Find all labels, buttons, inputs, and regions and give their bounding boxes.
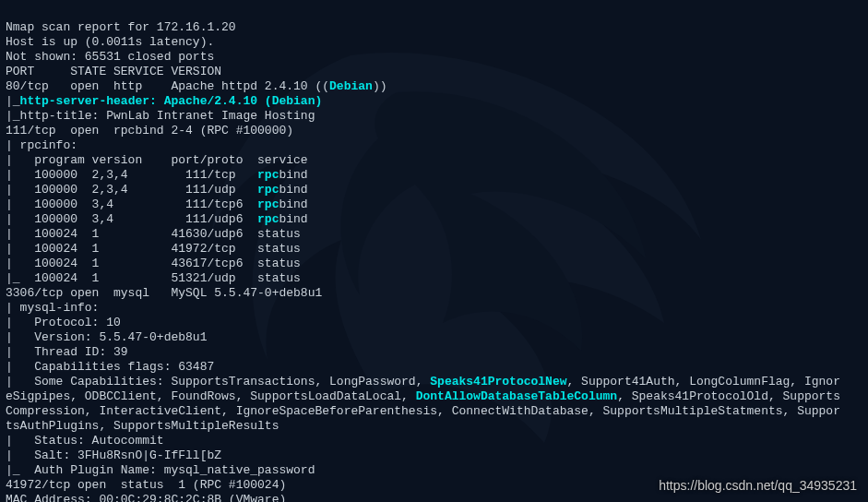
line: |_http-server-header: Apache/2.4.10 (Deb… (6, 94, 322, 108)
line: 41972/tcp open status 1 (RPC #100024) (6, 478, 286, 492)
line: Host is up (0.0011s latency). (6, 35, 214, 49)
line: | 100024 1 43617/tcp6 status (6, 257, 301, 270)
line: PORT STATE SERVICE VERSION (6, 65, 221, 78)
line: |_ Auth Plugin Name: mysql_native_passwo… (6, 463, 315, 477)
line: tsAuthPlugins, SupportsMultipleResults (6, 419, 279, 433)
line: | 100000 2,3,4 111/tcp rpcbind (6, 168, 308, 182)
line: | 100000 2,3,4 111/udp rpcbind (6, 183, 308, 197)
line: | rpcinfo: (6, 138, 85, 152)
line: |_ 100024 1 51321/udp status (6, 271, 301, 285)
line: | Version: 5.5.47-0+deb8u1 (6, 330, 207, 344)
line: | Salt: 3FHu8RsnO|G-IfFll[bZ (6, 448, 221, 462)
line: | Status: Autocommit (6, 434, 164, 448)
line: eSigpipes, ODBCClient, FoundRows, Suppor… (6, 389, 840, 403)
line: 111/tcp open rpcbind 2-4 (RPC #100000) (6, 124, 293, 137)
line: | 100000 3,4 111/udp6 rpcbind (6, 212, 308, 226)
line: MAC Address: 00:0C:29:8C:2C:8B (VMware) (6, 493, 286, 502)
line: | Capabilities flags: 63487 (6, 360, 214, 374)
line: | 100024 1 41630/udp6 status (6, 227, 301, 241)
line: | Some Capabilities: SupportsTransaction… (6, 375, 840, 388)
line: | Thread ID: 39 (6, 345, 128, 359)
line: | mysql-info: (6, 301, 106, 315)
line: Not shown: 65531 closed ports (6, 50, 214, 64)
line: | program version port/proto service (6, 153, 308, 167)
terminal-output: Nmap scan report for 172.16.1.20 Host is… (0, 0, 868, 502)
watermark: https://blog.csdn.net/qq_34935231 (659, 478, 857, 493)
line: 80/tcp open http Apache httpd 2.4.10 ((D… (6, 79, 386, 93)
line: |_http-title: PwnLab Intranet Image Host… (6, 109, 315, 123)
line: | 100000 3,4 111/tcp6 rpcbind (6, 197, 308, 211)
line: | 100024 1 41972/tcp status (6, 242, 301, 256)
line: | Protocol: 10 (6, 316, 121, 329)
line: Compression, InteractiveClient, IgnoreSp… (6, 404, 840, 418)
line: 3306/tcp open mysql MySQL 5.5.47-0+deb8u… (6, 286, 322, 300)
line: Nmap scan report for 172.16.1.20 (6, 20, 236, 34)
